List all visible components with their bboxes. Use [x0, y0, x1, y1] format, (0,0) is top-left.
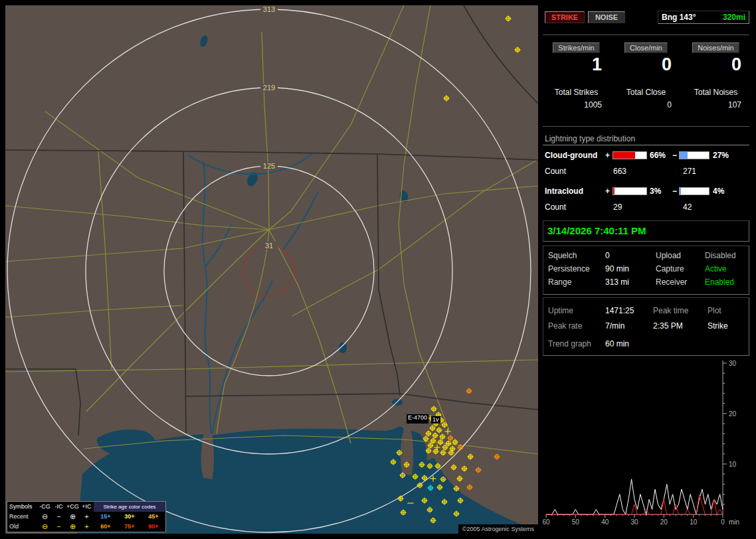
noise-toggle-button[interactable]: NOISE [588, 11, 625, 23]
squelch-label: Squelch [548, 251, 577, 260]
legend-col-neg-ic: -IC [52, 502, 66, 512]
legend-age-code: 30+ [118, 512, 142, 522]
svg-text:20: 20 [660, 518, 668, 526]
trend-graph-label: Trend graph [548, 339, 591, 348]
datetime-panel: 3/14/2026 7:40:11 PM [543, 220, 749, 242]
total-strikes-label: Total Strikes [541, 88, 611, 97]
storm-cell-trend: 1v [431, 416, 440, 424]
ic-negative-bar-fill [680, 188, 681, 194]
receiver-status: Enabled [705, 277, 734, 287]
negative-sign: − [672, 187, 677, 196]
total-strikes-value: 1005 [584, 100, 602, 110]
close-rate-column: Close/min 0 Total Close 0 [611, 42, 681, 130]
range-value: 313 mi [605, 277, 629, 287]
legend-col-neg-cg: -CG [38, 502, 52, 512]
capture-label: Capture [656, 264, 684, 273]
persistence-value: 90 min [605, 264, 629, 273]
strike-toggle-button[interactable]: STRIKE [545, 11, 585, 23]
map-legend: Symbols -CG -IC +CG +IC Strike age color… [7, 501, 166, 532]
intracloud-label: Intracloud [545, 187, 583, 196]
svg-text:50: 50 [572, 518, 580, 526]
svg-text:min: min [729, 518, 739, 526]
storm-cell-id: E-4700 [407, 414, 428, 424]
svg-text:10: 10 [690, 518, 698, 526]
nexstorm-app: { "map": { "copyright": "©2005 Astrogeni… [0, 0, 756, 539]
strike-symbol-icon: ⊖ [38, 512, 52, 522]
upload-label: Upload [656, 251, 681, 260]
legend-col-pos-ic: +IC [80, 502, 94, 512]
peak-rate-value: 7/min [605, 321, 624, 331]
lightning-map[interactable]: 31321912531 E-4700 1v Symbols -CG -IC +C… [5, 5, 538, 534]
cg-positive-bar [613, 151, 647, 159]
cg-positive-count: 663 [613, 167, 626, 176]
strikes-per-min-value: 1 [592, 54, 602, 75]
svg-text:0: 0 [721, 518, 725, 526]
ic-positive-count: 29 [613, 202, 622, 212]
stats-panel: Uptime 1471:25 Peak time Plot Peak rate … [543, 297, 749, 356]
svg-text:10: 10 [729, 461, 737, 468]
peak-time-label: Peak time [653, 306, 688, 315]
legend-age-code: 60+ [94, 522, 118, 532]
legend-age-code: 75+ [118, 522, 142, 532]
strike-symbol-icon: − [52, 522, 66, 532]
bearing-value: Bng 143° [662, 13, 696, 22]
copyright-notice: ©2005 Astrogenic Systems [458, 524, 538, 534]
intracloud-row: Intracloud + 3% − 4% [541, 187, 751, 196]
range-value: 320mi [723, 13, 745, 22]
legend-row-label: Recent [7, 512, 38, 522]
positive-sign: + [605, 151, 610, 160]
map-canvas: 31321912531 [5, 5, 538, 534]
peak-rate-label: Peak rate [548, 321, 582, 331]
svg-text:219: 219 [263, 84, 275, 92]
close-per-min-value: 0 [662, 54, 672, 75]
legend-age-header: Strike age color codes [94, 502, 165, 512]
uptime-value: 1471:25 [605, 306, 634, 315]
trend-graph: 3020106050403020100min [541, 358, 751, 534]
legend-row-label: Old [7, 522, 38, 532]
cg-negative-bar-fill [680, 152, 688, 159]
water-bodies [77, 35, 538, 534]
trend-graph-value: 60 min [605, 339, 629, 348]
legend-age-code: 15+ [94, 512, 118, 522]
persistence-label: Persistence [548, 264, 590, 273]
cloud-ground-label: Cloud-ground [545, 151, 597, 160]
cloud-ground-row: Cloud-ground + 66% − 27% [541, 151, 751, 160]
receiver-label: Receiver [656, 277, 687, 287]
ic-positive-bar [613, 187, 647, 195]
upload-status: Disabled [705, 251, 736, 260]
plot-value: Strike [708, 321, 728, 331]
plot-label: Plot [708, 306, 721, 315]
svg-text:30: 30 [729, 360, 737, 367]
legend-age-code: 90+ [142, 522, 165, 532]
close-per-min-box[interactable]: Close/min [624, 42, 668, 53]
total-close-label: Total Close [611, 88, 681, 97]
svg-text:313: 313 [263, 5, 275, 13]
svg-text:31: 31 [265, 242, 273, 250]
total-noises-label: Total Noises [681, 88, 751, 97]
cg-positive-percent: 66% [650, 151, 666, 160]
total-close-value: 0 [667, 100, 672, 110]
strikes-per-min-box[interactable]: Strikes/min [553, 42, 599, 53]
range-label: Range [548, 277, 571, 287]
svg-text:20: 20 [729, 410, 737, 418]
peak-time-value: 2:35 PM [653, 321, 683, 331]
total-noises-value: 107 [728, 100, 741, 110]
count-label: Count [545, 167, 566, 176]
positive-sign: + [605, 187, 610, 196]
strike-symbol-icon: ⊕ [66, 522, 80, 532]
noises-per-min-box[interactable]: Noises/min [692, 42, 739, 53]
cg-positive-bar-fill [613, 152, 635, 159]
legend-col-pos-cg: +CG [66, 502, 80, 512]
strike-symbol-icon: ⊕ [66, 512, 80, 522]
distribution-title: Lightning type distribution [545, 134, 635, 143]
negative-sign: − [672, 151, 677, 160]
capture-status: Active [705, 264, 727, 273]
svg-text:125: 125 [263, 162, 275, 170]
strike-symbol-icon: − [52, 512, 66, 522]
legend-age-code: 45+ [142, 512, 165, 522]
strikes-rate-column: Strikes/min 1 Total Strikes 1005 [541, 42, 611, 130]
ic-positive-bar-fill [613, 188, 614, 194]
ic-negative-bar [679, 187, 709, 195]
bearing-range-display: Bng 143° 320mi [658, 11, 749, 24]
cg-negative-count: 271 [683, 167, 696, 176]
